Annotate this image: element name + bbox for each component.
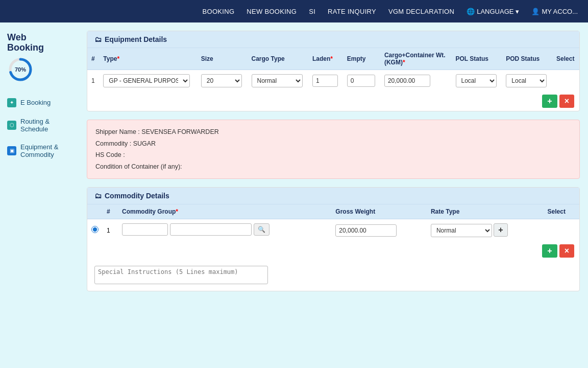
gross-weight-input[interactable] <box>335 224 397 237</box>
col-gross-wt: Gross Weight <box>331 204 427 219</box>
laden-input[interactable] <box>312 75 338 87</box>
row-cargo-wt-cell <box>380 70 452 92</box>
progress-label: 70% <box>15 66 26 73</box>
commodity-search-button[interactable]: 🔍 <box>254 223 270 236</box>
commodity-section-icon: 🗂 <box>94 192 102 200</box>
cargo-wt-input[interactable] <box>384 75 430 87</box>
commodity-row: 1 🔍 Normal Haza <box>87 219 579 242</box>
equipment-section-title: Equipment Details <box>105 35 167 43</box>
new-booking-link[interactable]: NEW BOOKING <box>247 8 297 15</box>
row-num: 1 <box>87 70 99 92</box>
type-select[interactable]: GP - GENERAL PURPOSE CO... <box>103 74 190 87</box>
progress-circle: 70% <box>7 56 34 83</box>
user-icon: 👤 <box>531 8 540 15</box>
add-commodity-button[interactable]: + <box>542 244 557 258</box>
pol-select[interactable]: Local Transit <box>456 74 497 87</box>
si-link[interactable]: SI <box>309 8 315 15</box>
cargo-type-select[interactable]: Normal Hazardous Reefer <box>252 74 303 87</box>
col-rate-type: Rate Type <box>427 204 544 219</box>
row-gross-wt-cell <box>331 219 427 242</box>
equipment-section-icon: 🗂 <box>94 35 102 43</box>
account-label: MY ACCO... <box>542 8 578 15</box>
commodity-label: Commodity : <box>95 140 131 147</box>
chevron-down-icon: ▾ <box>516 8 519 15</box>
shipper-line: Shipper Name : SEVENSEA FORWARDER <box>95 126 571 138</box>
commodity-group-input[interactable] <box>122 223 168 236</box>
commodity-radio[interactable] <box>91 226 99 233</box>
shipper-value: SEVENSEA FORWARDER <box>141 128 218 135</box>
row-empty-cell <box>343 70 380 92</box>
sidebar-routing-label: Routing & Schedule <box>20 118 75 133</box>
commodity-line: Commodity : SUGAR <box>95 138 571 150</box>
col-pol: POL Status <box>452 48 502 70</box>
row-type-cell: GP - GENERAL PURPOSE CO... <box>99 70 197 92</box>
col-comm-group: Commodity Group* <box>118 204 331 219</box>
special-instructions-area <box>87 261 579 291</box>
col-select: Select <box>552 48 579 70</box>
row-pod-cell: Local Transit <box>502 70 552 92</box>
row-select-cell <box>552 70 579 92</box>
col-size: Size <box>197 48 248 70</box>
equipment-icon: ▣ <box>7 146 16 155</box>
col-pod: POD Status <box>502 48 552 70</box>
delete-equipment-button[interactable]: × <box>559 95 574 108</box>
sidebar: Web Booking 70% ✦ E Booking ⬡ Routing & … <box>0 22 82 368</box>
col-laden: Laden* <box>308 48 343 70</box>
rate-type-select[interactable]: Normal Hazardous Reefer <box>431 224 492 237</box>
sidebar-item-equipment[interactable]: ▣ Equipment & Commodity <box>0 138 82 164</box>
ebooking-icon: ✦ <box>7 98 16 107</box>
col-comm-num: # <box>103 204 118 219</box>
language-button[interactable]: 🌐 LANGUAGE ▾ <box>467 8 519 15</box>
row-comm-num: 1 <box>103 219 118 242</box>
row-size-cell: 20 40 45 <box>197 70 248 92</box>
main-content: 🗂 Equipment Details # Type* Size Cargo T… <box>82 22 588 368</box>
commodity-section-title: Commodity Details <box>105 192 169 200</box>
vgm-declaration-link[interactable]: VGM DECLARATION <box>388 8 454 15</box>
booking-link[interactable]: BOOKING <box>203 8 235 15</box>
table-row: 1 GP - GENERAL PURPOSE CO... 20 40 45 <box>87 70 579 92</box>
commodity-table: # Commodity Group* Gross Weight Rate Typ… <box>87 204 579 241</box>
commodity-value: SUGAR <box>133 140 156 147</box>
shipper-label: Shipper Name : <box>95 128 140 135</box>
add-equipment-button[interactable]: + <box>542 95 557 108</box>
info-box: Shipper Name : SEVENSEA FORWARDER Commod… <box>87 120 580 179</box>
row-comm-group-cell: 🔍 <box>118 219 331 240</box>
equipment-details-section: 🗂 Equipment Details # Type* Size Cargo T… <box>87 31 580 111</box>
top-navigation: BOOKING NEW BOOKING SI RATE INQUIRY VGM … <box>0 0 588 22</box>
col-cargo-type: Cargo Type <box>248 48 308 70</box>
hs-label: HS Code : <box>95 151 125 158</box>
col-num: # <box>87 48 99 70</box>
delete-commodity-button[interactable]: × <box>559 244 574 258</box>
row-cargo-type-cell: Normal Hazardous Reefer <box>248 70 308 92</box>
row-radio-cell <box>87 219 103 242</box>
sidebar-logo: Web Booking 70% <box>0 28 51 93</box>
col-cargo-wt: Cargo+Container Wt.(KGM)* <box>380 48 452 70</box>
equipment-action-row: + × <box>87 91 579 111</box>
empty-input[interactable] <box>347 75 375 87</box>
col-type: Type* <box>99 48 197 70</box>
row-pol-cell: Local Transit <box>452 70 502 92</box>
commodity-section-header: 🗂 Commodity Details <box>87 188 579 204</box>
pod-select[interactable]: Local Transit <box>506 74 547 87</box>
special-instructions-input[interactable] <box>94 266 268 284</box>
col-empty: Empty <box>343 48 380 70</box>
row-rate-type-cell: Normal Hazardous Reefer + <box>427 219 544 242</box>
col-radio <box>87 204 103 219</box>
routing-icon: ⬡ <box>7 121 16 130</box>
condition-label: Condition of Container (if any): <box>95 163 182 170</box>
comm-plus-button[interactable]: + <box>494 223 507 237</box>
size-select[interactable]: 20 40 45 <box>201 74 242 87</box>
hs-line: HS Code : <box>95 149 571 161</box>
row-comm-select-cell <box>544 219 579 242</box>
row-laden-cell <box>308 70 343 92</box>
sidebar-ebooking-label: E Booking <box>20 99 51 106</box>
account-button[interactable]: 👤 MY ACCO... <box>531 8 578 15</box>
flag-icon: 🌐 <box>467 8 475 15</box>
condition-line: Condition of Container (if any): <box>95 161 571 173</box>
sidebar-item-routing[interactable]: ⬡ Routing & Schedule <box>0 112 82 138</box>
equipment-section-header: 🗂 Equipment Details <box>87 31 579 48</box>
commodity-desc-input[interactable] <box>170 223 252 236</box>
rate-inquiry-link[interactable]: RATE INQUIRY <box>328 8 376 15</box>
equipment-table: # Type* Size Cargo Type Laden* Empty Car… <box>87 48 579 91</box>
sidebar-item-ebooking[interactable]: ✦ E Booking <box>0 93 82 112</box>
